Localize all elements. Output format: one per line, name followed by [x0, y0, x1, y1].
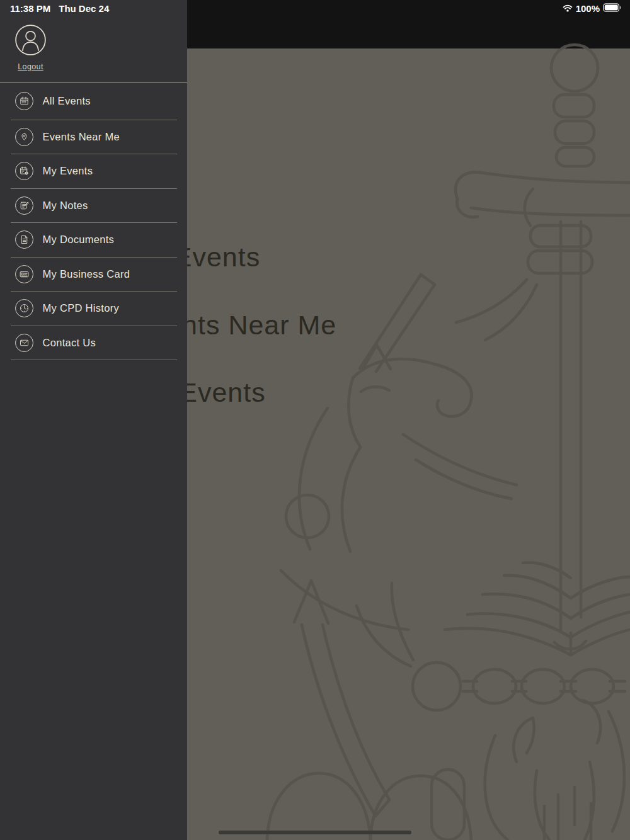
sidebar-item-events-near-me[interactable]: Events Near Me — [11, 120, 177, 155]
status-time-date: 11:38 PMThu Dec 24 — [10, 3, 109, 14]
clock-icon — [15, 299, 33, 317]
battery-icon — [603, 3, 622, 14]
sidebar-item-label: Contact Us — [43, 337, 96, 349]
sidebar-item-my-notes[interactable]: My Notes — [11, 189, 177, 224]
user-icon — [15, 25, 46, 55]
status-date: Thu Dec 24 — [59, 3, 109, 14]
battery-percent: 100% — [576, 3, 600, 14]
note-pencil-icon — [15, 196, 33, 215]
map-pin-icon — [15, 128, 33, 146]
status-time: 11:38 PM — [10, 3, 50, 14]
sidebar-item-label: My CPD History — [43, 302, 120, 314]
document-icon — [15, 230, 33, 249]
sidebar-menu: All EventsEvents Near MeMy EventsMy Note… — [0, 83, 187, 360]
sidebar-item-label: My Notes — [43, 200, 88, 212]
home-indicator[interactable] — [219, 831, 411, 834]
sidebar-item-label: My Business Card — [43, 268, 130, 280]
mail-icon — [15, 334, 33, 352]
logout-link[interactable]: Logout — [0, 62, 61, 71]
app-screen: All EventsEvents Near MeMy Events Logout… — [0, 0, 630, 840]
sidebar-item-my-cpd-history[interactable]: My CPD History — [11, 292, 177, 326]
calendar-icon — [15, 92, 33, 110]
wifi-icon — [563, 3, 573, 14]
sidebar-item-contact-us[interactable]: Contact Us — [11, 326, 177, 361]
calendar-gear-icon — [15, 162, 33, 180]
sidebar-item-label: My Documents — [43, 234, 115, 246]
status-bar: 11:38 PMThu Dec 24 100% — [0, 0, 630, 16]
id-card-icon — [15, 265, 33, 283]
sidebar-item-all-events[interactable]: All Events — [11, 83, 177, 120]
sidebar-item-label: All Events — [43, 95, 91, 107]
sidebar-item-my-business-card[interactable]: My Business Card — [11, 258, 177, 292]
sidebar-item-my-events[interactable]: My Events — [11, 154, 177, 189]
status-indicators: 100% — [563, 3, 622, 14]
sidebar-item-my-documents[interactable]: My Documents — [11, 223, 177, 258]
sidebar-drawer: Logout All EventsEvents Near MeMy Events… — [0, 0, 187, 840]
sidebar-item-label: My Events — [43, 165, 93, 177]
sidebar-item-label: Events Near Me — [43, 131, 120, 143]
